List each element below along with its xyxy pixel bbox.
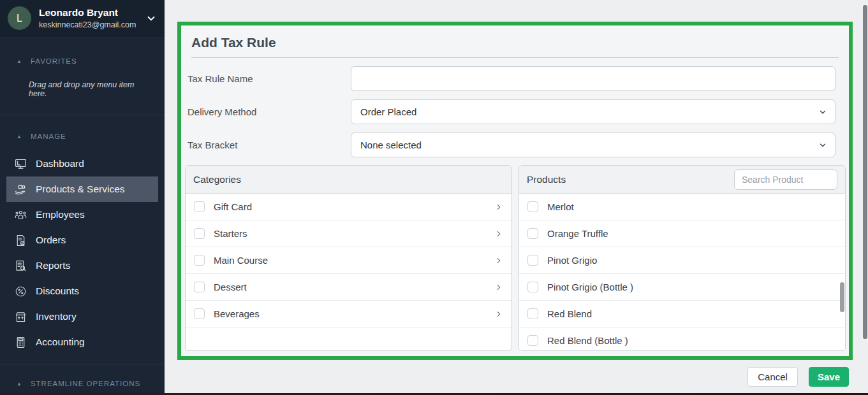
user-email: keskinnecati23@gmail.com (39, 20, 143, 29)
category-checkbox[interactable] (194, 255, 205, 266)
category-row-main-course[interactable]: Main Course (186, 247, 511, 274)
manage-menu: Dashboard Products & Services Employees … (0, 148, 165, 357)
manage-section-header[interactable]: ▲ MANAGE (0, 130, 165, 143)
user-profile-menu[interactable]: L Leonardo Bryant keskinnecati23@gmail.c… (0, 0, 165, 38)
tax-bracket-value: None selected (360, 140, 422, 150)
divider (191, 57, 839, 58)
avatar: L (8, 6, 31, 30)
product-row-red-blend[interactable]: Red Blend (519, 301, 845, 327)
search-product-input[interactable] (734, 169, 837, 190)
orders-icon (13, 234, 28, 247)
category-checkbox[interactable] (194, 308, 205, 319)
divider (0, 115, 165, 115)
category-checkbox[interactable] (194, 228, 205, 239)
category-checkbox[interactable] (194, 201, 205, 212)
product-label: Red Blend (547, 308, 592, 319)
tax-bracket-select[interactable]: None selected (351, 133, 835, 157)
tax-rule-name-label: Tax Rule Name (188, 73, 351, 84)
product-checkbox[interactable] (527, 335, 538, 346)
sidebar-item-reports[interactable]: Reports (0, 253, 165, 278)
categories-panel: Categories Gift Card Starters Main Cours… (185, 165, 512, 351)
products-icon (13, 183, 28, 196)
streamline-section-header[interactable]: ▲ STREAMLINE OPERATIONS (0, 377, 165, 390)
product-checkbox[interactable] (527, 282, 538, 292)
chevron-right-icon[interactable] (494, 310, 503, 319)
product-row-pinot-grigio-bottle[interactable]: Pinot Grigio (Bottle ) (519, 274, 845, 301)
category-label: Dessert (214, 282, 247, 292)
window-scrollbar[interactable] (862, 0, 868, 393)
user-info: Leonardo Bryant keskinnecati23@gmail.com (39, 7, 143, 29)
products-scrollbar-thumb[interactable] (840, 282, 844, 312)
sidebar-item-dashboard[interactable]: Dashboard (0, 151, 165, 176)
product-row-orange-truffle[interactable]: Orange Truffle (519, 220, 845, 247)
add-tax-rule-modal: Add Tax Rule Tax Rule Name Delivery Meth… (177, 22, 853, 360)
product-label: Merlot (547, 201, 574, 212)
product-checkbox[interactable] (527, 255, 538, 266)
sidebar-item-label: Inventory (36, 311, 77, 322)
category-checkbox[interactable] (194, 282, 205, 292)
sidebar-item-products-services[interactable]: Products & Services (6, 176, 158, 202)
product-label: Pinot Grigio (547, 255, 597, 266)
save-button[interactable]: Save (809, 367, 849, 387)
sidebar-item-label: Reports (36, 260, 70, 271)
product-checkbox[interactable] (527, 201, 538, 212)
products-panel: Products Merlot Orange Truffle Pinot Gri… (519, 165, 846, 351)
dashboard-icon (13, 157, 28, 171)
chevron-right-icon[interactable] (494, 203, 503, 212)
sidebar-item-label: Accounting (36, 336, 85, 348)
product-label: Pinot Grigio (Bottle ) (547, 282, 633, 292)
collapse-triangle-icon: ▲ (17, 59, 22, 64)
chevron-down-icon (818, 108, 827, 117)
avatar-initial: L (17, 13, 22, 24)
delivery-method-value: Order Placed (360, 106, 416, 117)
favorites-label: FAVORITES (31, 57, 77, 65)
window-scrollbar-thumb[interactable] (863, 5, 867, 339)
product-row-merlot[interactable]: Merlot (519, 194, 845, 220)
sidebar-item-discounts[interactable]: Discounts (0, 278, 165, 304)
chevron-right-icon[interactable] (494, 229, 503, 238)
chevron-right-icon[interactable] (494, 283, 503, 292)
chevron-down-icon[interactable] (145, 13, 157, 24)
category-row-dessert[interactable]: Dessert (186, 274, 511, 301)
modal-footer: Cancel Save (165, 360, 868, 393)
product-row-red-blend-bottle[interactable]: Red Blend (Bottle ) (519, 327, 845, 351)
chevron-down-icon (818, 141, 827, 150)
favorites-section-header[interactable]: ▲ FAVORITES (0, 55, 165, 68)
category-row-beverages[interactable]: Beverages (186, 301, 511, 327)
sidebar: L Leonardo Bryant keskinnecati23@gmail.c… (0, 0, 165, 393)
product-row-pinot-grigio[interactable]: Pinot Grigio (519, 247, 845, 274)
product-label: Orange Truffle (547, 228, 608, 239)
delivery-method-label: Delivery Method (188, 106, 351, 117)
product-checkbox[interactable] (527, 308, 538, 319)
sidebar-item-label: Discounts (36, 285, 79, 297)
main-content: Add Tax Rule Tax Rule Name Delivery Meth… (165, 0, 868, 393)
divider (0, 364, 165, 364)
discounts-icon (13, 285, 28, 298)
sidebar-item-employees[interactable]: Employees (0, 202, 165, 227)
product-label: Red Blend (Bottle ) (547, 335, 628, 346)
employees-icon (13, 208, 28, 222)
sidebar-item-accounting[interactable]: Accounting (0, 329, 165, 355)
sidebar-item-orders[interactable]: Orders (0, 227, 165, 253)
category-label: Beverages (214, 308, 260, 319)
collapse-triangle-icon: ▲ (17, 381, 22, 387)
inventory-icon (13, 310, 28, 324)
category-row-gift-card[interactable]: Gift Card (186, 194, 511, 220)
sidebar-item-label: Products & Services (36, 183, 125, 195)
cancel-button[interactable]: Cancel (747, 367, 798, 387)
category-row-starters[interactable]: Starters (186, 220, 511, 247)
tax-rule-name-row: Tax Rule Name (188, 66, 835, 91)
product-checkbox[interactable] (527, 228, 538, 239)
categories-header-label: Categories (193, 174, 241, 185)
category-label: Starters (214, 228, 247, 239)
chevron-right-icon[interactable] (494, 256, 503, 265)
categories-panel-header: Categories (186, 166, 511, 194)
category-label: Gift Card (214, 201, 252, 212)
tax-rule-name-input[interactable] (351, 66, 835, 91)
products-panel-header: Products (519, 166, 845, 194)
streamline-label: STREAMLINE OPERATIONS (31, 380, 140, 387)
sidebar-item-label: Employees (36, 209, 85, 220)
accounting-icon (13, 336, 28, 349)
delivery-method-select[interactable]: Order Placed (351, 99, 835, 124)
sidebar-item-inventory[interactable]: Inventory (0, 304, 165, 329)
